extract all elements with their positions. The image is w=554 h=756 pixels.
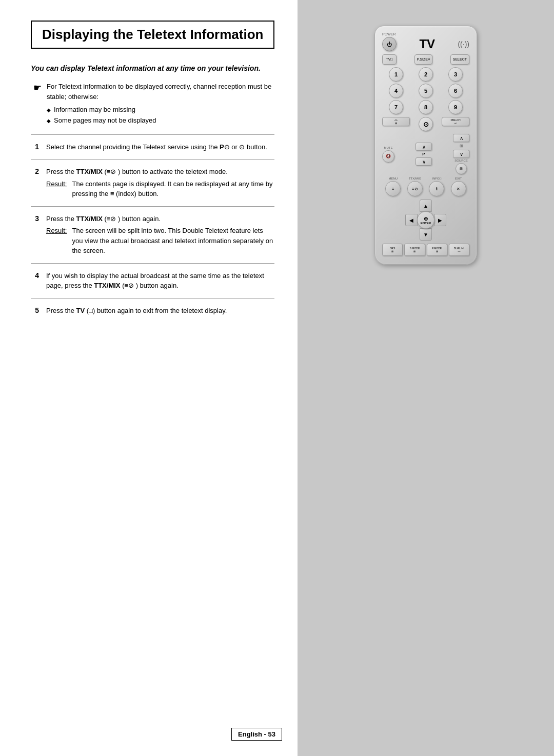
mute-section: MUTE 🔇 <box>382 146 394 163</box>
note-icon: ☛ <box>33 82 42 126</box>
result-text-2: The contents page is displayed. It can b… <box>72 179 274 199</box>
divider-1 <box>31 134 274 135</box>
ttx-section: TTX/MIX ≡⊘ <box>407 177 423 196</box>
mute-label: MUTE <box>384 146 393 149</box>
tv-button[interactable]: TV□ <box>382 54 397 65</box>
nav-down-button[interactable]: ▼ <box>420 228 432 241</box>
step-2: 2 Press the TTX/MIX (≡⊘ ) button to acti… <box>31 167 274 199</box>
num-8-button[interactable]: 8 <box>419 100 433 114</box>
result-label-2: Result: <box>46 179 67 199</box>
power-label: POWER <box>382 32 469 36</box>
vol-up-button[interactable]: ∧ <box>416 143 432 151</box>
srs-button[interactable]: SRS ⊞ <box>382 244 403 256</box>
bullet-item-1: Information may be missing <box>47 105 274 115</box>
num-3-button[interactable]: 3 <box>448 67 463 82</box>
step-number-3: 3 <box>31 214 39 223</box>
source-button[interactable]: ⊞ <box>456 163 467 174</box>
function-row-1: TV□ P.SIZE⊞ SELECT <box>382 54 469 65</box>
divider-4 <box>31 263 274 264</box>
menu-label: MENU <box>388 177 398 180</box>
nav-up-button[interactable]: ▲ <box>420 200 432 212</box>
num-2-button[interactable]: 2 <box>419 67 433 82</box>
select-button[interactable]: SELECT <box>450 54 469 65</box>
dash-button[interactable]: -/-/-⊞ <box>382 117 410 126</box>
special-row: -/-/-⊞ ⊙ PRE-CH↩ <box>382 117 469 131</box>
exit-button[interactable]: ✕ <box>451 181 466 196</box>
vol-down-button[interactable]: ∨ <box>416 157 432 166</box>
remote-body: POWER ⏻ TV ((·)) TV□ P.SIZE⊞ SELECT 1 2 … <box>374 26 477 265</box>
step-number-4: 4 <box>31 271 39 280</box>
volume-controls: ∧ P ∨ <box>416 143 432 166</box>
pmode-button[interactable]: P.MODE ⊞ <box>427 244 447 256</box>
bullet-list: Information may be missing Some pages ma… <box>47 105 274 126</box>
power-button[interactable]: ⏻ <box>382 37 397 51</box>
title-box: Displaying the Teletext Information <box>31 21 274 49</box>
ttx-label: TTX/MIX <box>409 177 421 180</box>
num-5-button[interactable]: 5 <box>419 84 433 98</box>
step-3: 3 Press the TTX/MIX (≡⊘ ) button again. … <box>31 214 274 256</box>
info-button[interactable]: ℹ <box>429 181 444 196</box>
num-9-button[interactable]: 9 <box>448 100 463 114</box>
prech-button[interactable]: PRE-CH↩ <box>442 117 469 126</box>
main-content: Displaying the Teletext Information You … <box>0 0 298 756</box>
remote-top-row: ⏻ TV ((·)) <box>382 37 469 51</box>
nav-left-button[interactable]: ◀ <box>405 214 418 226</box>
note-section: ☛ For Teletext information to be display… <box>31 82 274 126</box>
num-4-button[interactable]: 4 <box>389 84 403 98</box>
step-4: 4 If you wish to display the actual broa… <box>31 271 274 291</box>
num-6-button[interactable]: 6 <box>448 84 463 98</box>
exit-label: EXIT <box>455 177 462 180</box>
dual-button[interactable]: DUAL I-II — <box>449 244 469 256</box>
step-number-1: 1 <box>31 143 39 151</box>
page-title: Displaying the Teletext Information <box>42 27 263 43</box>
remote-control: POWER ⏻ TV ((·)) TV□ P.SIZE⊞ SELECT 1 2 … <box>374 26 477 265</box>
step-content-3: Press the TTX/MIX (≡⊘ ) button again. Re… <box>46 214 274 256</box>
ch-down-button[interactable]: ∨ <box>453 150 469 158</box>
wifi-icon: ((·)) <box>458 40 469 48</box>
source-label: SOURCE <box>454 159 468 162</box>
nav-right-button[interactable]: ▶ <box>434 214 446 226</box>
step-5: 5 Press the TV (□) button again to exit … <box>31 306 274 316</box>
smode-button[interactable]: S.MODE ⊞ <box>404 244 425 256</box>
step-content-5: Press the TV (□) button again to exit fr… <box>46 306 274 316</box>
note-text: For Teletext information to be displayed… <box>47 82 274 102</box>
step-1: 1 Select the channel providing the Telet… <box>31 142 274 152</box>
footer-text: English - 53 <box>238 730 275 738</box>
psize-button[interactable]: P.SIZE⊞ <box>414 54 432 65</box>
step-content-2: Press the TTX/MIX (≡⊘ ) button to activa… <box>46 167 274 199</box>
step-number-5: 5 <box>31 306 39 314</box>
divider-5 <box>31 298 274 299</box>
step-number-2: 2 <box>31 167 39 175</box>
info-label: INFO□ <box>432 177 441 180</box>
bullet-item-2: Some pages may not be displayed <box>47 115 274 126</box>
ch-source-section: ∧ ⊞ ∨ SOURCE ⊞ <box>453 134 469 174</box>
enter-label: ENTER <box>421 222 431 225</box>
step-content-1: Select the channel providing the Teletex… <box>46 142 274 152</box>
vol-ch-section: MUTE 🔇 ∧ P ∨ ∧ ⊞ ∨ SOURCE ⊞ <box>382 134 469 174</box>
subtitle: You can display Teletext information at … <box>31 64 274 72</box>
mute-button[interactable]: 🔇 <box>382 150 394 163</box>
num-0-button[interactable]: ⊙ <box>419 117 433 131</box>
result-label-3: Result: <box>46 226 67 256</box>
right-panel: POWER ⏻ TV ((·)) TV□ P.SIZE⊞ SELECT 1 2 … <box>298 0 554 756</box>
ch-up-button[interactable]: ∧ <box>453 134 469 142</box>
num-1-button[interactable]: 1 <box>389 67 403 82</box>
menu-button[interactable]: ≡ <box>385 181 401 196</box>
tv-logo: TV <box>397 37 458 51</box>
divider-2 <box>31 159 274 160</box>
result-text-3: The screen will be split into two. This … <box>72 226 274 256</box>
enter-icon: ⊕ <box>424 216 428 222</box>
divider-3 <box>31 206 274 207</box>
bottom-row: SRS ⊞ S.MODE ⊞ P.MODE ⊞ DUAL I-II — <box>382 244 469 256</box>
page-footer: English - 53 <box>231 728 282 741</box>
num-7-button[interactable]: 7 <box>389 100 403 114</box>
number-grid: 1 2 3 4 5 6 7 8 9 <box>382 67 469 114</box>
menu-row: MENU ≡ TTX/MIX ≡⊘ INFO□ ℹ EXIT ✕ <box>382 177 469 196</box>
info-section: INFO□ ℹ <box>429 177 444 196</box>
step-content-4: If you wish to display the actual broadc… <box>46 271 274 291</box>
menu-section: MENU ≡ <box>385 177 401 196</box>
ttx-button[interactable]: ≡⊘ <box>407 181 423 196</box>
exit-section: EXIT ✕ <box>451 177 466 196</box>
enter-button[interactable]: ⊕ ENTER <box>417 211 434 229</box>
nav-cross: ▲ ▼ ◀ ▶ ⊕ ENTER <box>405 200 446 241</box>
